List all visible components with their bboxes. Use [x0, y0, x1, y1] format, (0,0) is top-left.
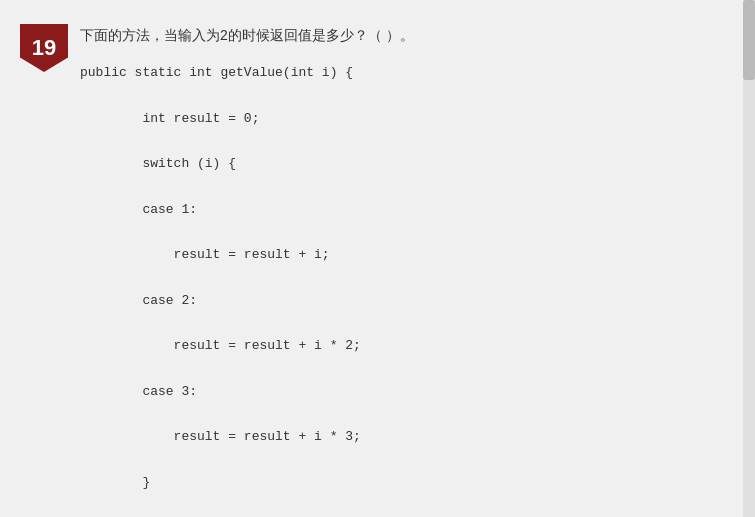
page-container: 19 下面的方法，当输入为2的时候返回值是多少？（ ）。 public stat… — [0, 0, 755, 517]
code-line: case 3: — [80, 381, 735, 404]
question-number: 19 — [20, 24, 68, 72]
code-block: public static int getValue(int i) { int … — [80, 62, 735, 517]
code-line — [80, 176, 735, 199]
code-line — [80, 313, 735, 336]
code-line: public static int getValue(int i) { — [80, 62, 735, 85]
code-line: result = result + i * 2; — [80, 335, 735, 358]
code-line: case 1: — [80, 199, 735, 222]
code-line: switch (i) { — [80, 153, 735, 176]
question-block: 19 下面的方法，当输入为2的时候返回值是多少？（ ）。 public stat… — [20, 24, 735, 517]
code-line — [80, 449, 735, 472]
code-line: } — [80, 472, 735, 495]
scrollbar-area[interactable] — [743, 0, 755, 517]
code-line — [80, 358, 735, 381]
code-line — [80, 404, 735, 427]
code-line: result = result + i; — [80, 244, 735, 267]
scrollbar-thumb[interactable] — [743, 0, 755, 80]
code-line — [80, 131, 735, 154]
code-line — [80, 267, 735, 290]
code-line — [80, 495, 735, 517]
code-line: result = result + i * 3; — [80, 426, 735, 449]
code-line — [80, 85, 735, 108]
code-line: case 2: — [80, 290, 735, 313]
code-line: int result = 0; — [80, 108, 735, 131]
code-line — [80, 222, 735, 245]
question-text: 下面的方法，当输入为2的时候返回值是多少？（ ）。 — [80, 24, 735, 46]
